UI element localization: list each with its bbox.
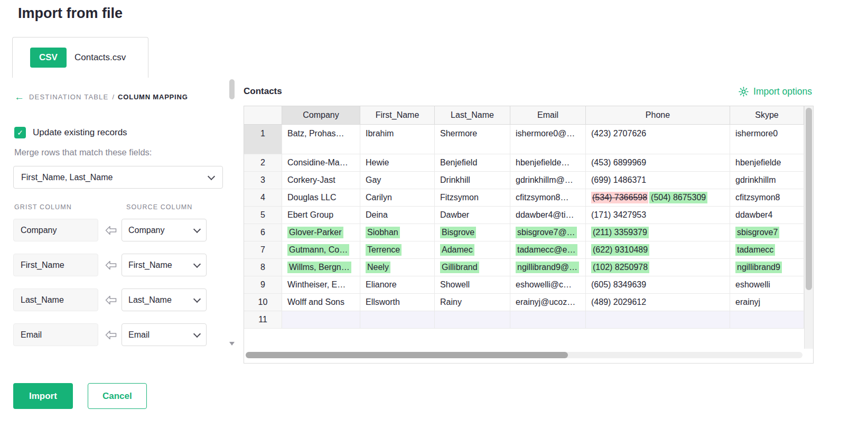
column-header-skype[interactable]: Skype xyxy=(730,106,804,125)
file-tab[interactable]: CSV Contacts.csv xyxy=(12,37,148,78)
cell-email[interactable]: ddawber4@ti… xyxy=(510,207,586,224)
cell-skype[interactable] xyxy=(730,311,804,329)
destination-table-back-link[interactable]: ← DESTINATION TABLE xyxy=(14,92,108,102)
cell-skype[interactable]: ddawber4 xyxy=(730,207,804,224)
cell-first-name[interactable]: Gay xyxy=(360,172,435,189)
cell-phone[interactable]: (622) 9310489 xyxy=(586,241,730,259)
cell-first-name[interactable]: Siobhan xyxy=(360,224,435,241)
cell-company[interactable]: Gutmann, Co… xyxy=(282,241,360,259)
row-number[interactable]: 3 xyxy=(244,172,282,189)
import-options-link[interactable]: Import options xyxy=(739,86,812,97)
import-button[interactable]: Import xyxy=(13,383,73,409)
grist-column-field[interactable]: Company xyxy=(13,219,98,241)
cell-skype[interactable]: cfitzsymon8 xyxy=(730,189,804,207)
cell-phone[interactable]: (171) 3427953 xyxy=(586,207,730,224)
cell-skype[interactable]: eshowelli xyxy=(730,276,804,294)
cell-last-name[interactable]: Drinkhill xyxy=(435,172,510,189)
cell-skype[interactable]: gdrinkhillm xyxy=(730,172,804,189)
cell-company[interactable]: Corkery-Jast xyxy=(282,172,360,189)
cell-skype[interactable]: sbisgrove7 xyxy=(730,224,804,241)
grist-column-field[interactable]: First_Name xyxy=(13,254,98,276)
cell-email[interactable]: gdrinkhillm@… xyxy=(510,172,586,189)
source-column-select[interactable]: Company xyxy=(122,219,207,241)
cell-skype[interactable]: ngillibrand9 xyxy=(730,259,804,276)
cell-skype[interactable]: ishermore0 xyxy=(730,125,804,154)
row-number[interactable]: 7 xyxy=(244,241,282,259)
cell-email[interactable]: cfitzsymon8… xyxy=(510,189,586,207)
corner-header-cell[interactable] xyxy=(244,106,282,125)
cell-first-name[interactable]: Neely xyxy=(360,259,435,276)
row-number[interactable]: 11 xyxy=(244,311,282,329)
cell-skype[interactable]: tadamecc xyxy=(730,241,804,259)
cell-first-name[interactable]: Hewie xyxy=(360,154,435,172)
cell-company[interactable]: Douglas LLC xyxy=(282,189,360,207)
cell-email[interactable] xyxy=(510,311,586,329)
cell-company[interactable]: Wintheiser, E… xyxy=(282,276,360,294)
cell-company[interactable] xyxy=(282,311,360,329)
source-column-select[interactable]: First_Name xyxy=(122,254,207,276)
cell-company[interactable]: Batz, Prohas… xyxy=(282,125,360,154)
row-number[interactable]: 4 xyxy=(244,189,282,207)
grist-column-field[interactable]: Last_Name xyxy=(13,288,98,311)
cell-company[interactable]: Willms, Bergn… xyxy=(282,259,360,276)
cell-phone[interactable]: (102) 8250978 xyxy=(586,259,730,276)
vertical-scrollbar-thumb[interactable] xyxy=(806,108,812,290)
cell-first-name[interactable]: Deina xyxy=(360,207,435,224)
cell-phone[interactable] xyxy=(586,311,730,329)
cell-email[interactable]: erainyj@ucoz… xyxy=(510,294,586,311)
cell-last-name[interactable]: Dawber xyxy=(435,207,510,224)
cancel-button[interactable]: Cancel xyxy=(88,383,147,409)
grist-column-field[interactable]: Email xyxy=(13,323,98,346)
cell-first-name[interactable]: Terrence xyxy=(360,241,435,259)
row-number[interactable]: 6 xyxy=(244,224,282,241)
horizontal-scrollbar-thumb[interactable] xyxy=(246,352,568,358)
cell-last-name[interactable]: Gillibrand xyxy=(435,259,510,276)
cell-skype[interactable]: hbenjefielde xyxy=(730,154,804,172)
cell-first-name[interactable]: Ellsworth xyxy=(360,294,435,311)
cell-phone[interactable]: (534) 7366598(504) 8675309 xyxy=(586,189,730,207)
column-header-last-name[interactable]: Last_Name xyxy=(435,106,510,125)
source-column-select[interactable]: Last_Name xyxy=(122,288,207,311)
row-number[interactable]: 2 xyxy=(244,154,282,172)
left-scrollbar-thumb[interactable] xyxy=(229,79,235,99)
cell-last-name[interactable]: Bisgrove xyxy=(435,224,510,241)
column-header-email[interactable]: Email xyxy=(510,106,586,125)
cell-phone[interactable]: (211) 3359379 xyxy=(586,224,730,241)
column-header-company[interactable]: Company xyxy=(282,106,360,125)
cell-email[interactable]: ngillibrand9@… xyxy=(510,259,586,276)
cell-company[interactable]: Wolff and Sons xyxy=(282,294,360,311)
cell-last-name[interactable]: Showell xyxy=(435,276,510,294)
cell-skype[interactable]: erainyj xyxy=(730,294,804,311)
cell-email[interactable]: hbenjefielde… xyxy=(510,154,586,172)
cell-company[interactable]: Ebert Group xyxy=(282,207,360,224)
cell-last-name[interactable]: Shermore xyxy=(435,125,510,154)
cell-phone[interactable]: (423) 2707626 xyxy=(586,125,730,154)
cell-email[interactable]: tadamecc@e… xyxy=(510,241,586,259)
cell-company[interactable]: Considine-Ma… xyxy=(282,154,360,172)
cell-last-name[interactable]: Benjefield xyxy=(435,154,510,172)
merge-fields-select[interactable]: First_Name, Last_Name xyxy=(13,166,223,189)
cell-last-name[interactable]: Rainy xyxy=(435,294,510,311)
cell-email[interactable]: ishermore0@… xyxy=(510,125,586,154)
cell-last-name[interactable] xyxy=(435,311,510,329)
row-number[interactable]: 8 xyxy=(244,259,282,276)
row-number[interactable]: 1 xyxy=(244,125,282,154)
scroll-down-arrow-icon[interactable] xyxy=(229,342,235,346)
cell-phone[interactable]: (489) 2029612 xyxy=(586,294,730,311)
source-column-select[interactable]: Email xyxy=(122,323,207,346)
cell-phone[interactable]: (453) 6899969 xyxy=(586,154,730,172)
cell-phone[interactable]: (699) 1486371 xyxy=(586,172,730,189)
cell-first-name[interactable]: Ibrahim xyxy=(360,125,435,154)
cell-first-name[interactable]: Carilyn xyxy=(360,189,435,207)
row-number[interactable]: 5 xyxy=(244,207,282,224)
column-header-phone[interactable]: Phone xyxy=(586,106,730,125)
row-number[interactable]: 10 xyxy=(244,294,282,311)
row-number[interactable]: 9 xyxy=(244,276,282,294)
cell-last-name[interactable]: Adamec xyxy=(435,241,510,259)
cell-company[interactable]: Glover-Parker xyxy=(282,224,360,241)
cell-phone[interactable]: (605) 8349639 xyxy=(586,276,730,294)
cell-email[interactable]: eshowelli@c… xyxy=(510,276,586,294)
cell-first-name[interactable] xyxy=(360,311,435,329)
cell-first-name[interactable]: Elianore xyxy=(360,276,435,294)
column-header-first-name[interactable]: First_Name xyxy=(360,106,435,125)
